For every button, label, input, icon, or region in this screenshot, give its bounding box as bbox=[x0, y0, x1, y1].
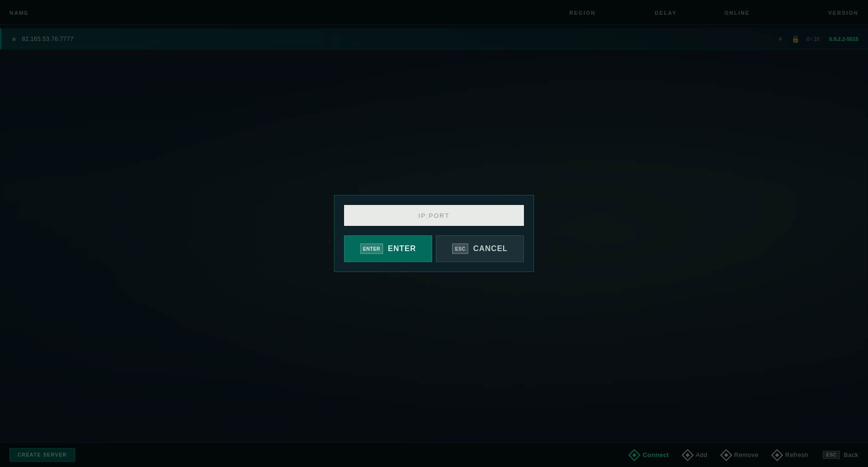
enter-button[interactable]: Enter Enter bbox=[344, 235, 432, 262]
dialog-buttons: Enter Enter Esc Cancel bbox=[344, 235, 524, 262]
enter-button-label: Enter bbox=[388, 244, 416, 253]
ip-port-input[interactable] bbox=[344, 205, 524, 226]
enter-key-badge: Enter bbox=[360, 243, 383, 254]
cancel-button-label: Cancel bbox=[473, 244, 508, 253]
ip-input-wrapper bbox=[344, 205, 524, 226]
connect-dialog: Enter Enter Esc Cancel bbox=[334, 195, 534, 272]
cancel-button[interactable]: Esc Cancel bbox=[436, 235, 524, 262]
esc-key-badge: Esc bbox=[452, 243, 468, 254]
